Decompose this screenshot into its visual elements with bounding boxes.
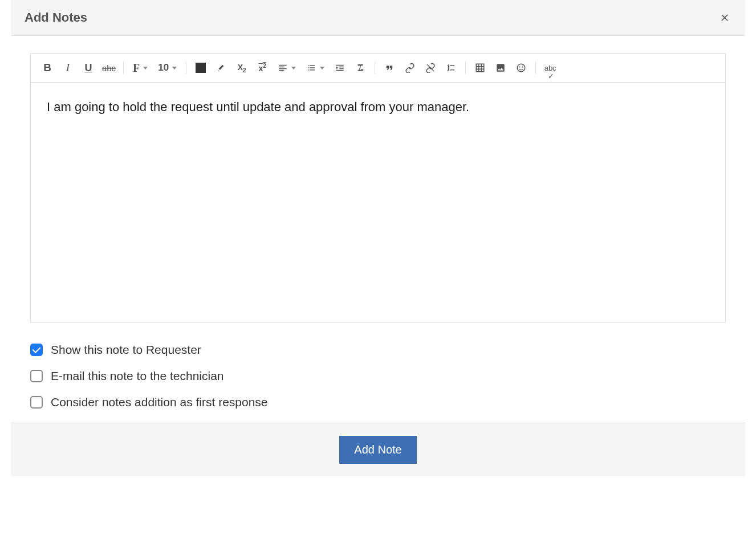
strikethrough-button[interactable]: abc <box>99 59 119 76</box>
subscript-icon: X2 <box>238 63 246 74</box>
quote-button[interactable] <box>380 59 399 76</box>
subscript-button[interactable]: X2 <box>232 59 251 76</box>
clear-format-button[interactable] <box>351 59 370 76</box>
emoji-button[interactable] <box>511 59 531 76</box>
bold-icon: B <box>43 62 51 74</box>
note-options: Show this note to Requester E-mail this … <box>30 343 726 409</box>
italic-icon: I <box>66 62 70 74</box>
color-swatch-icon <box>196 63 206 73</box>
add-notes-modal: Add Notes B I U abc F 10 X2 x2 <box>11 0 745 476</box>
strikethrough-icon: abc <box>102 63 116 73</box>
list-icon <box>306 63 316 73</box>
separator <box>465 62 466 74</box>
superscript-icon: x2 <box>258 63 266 73</box>
first-response-checkbox[interactable]: Consider notes addition as first respons… <box>30 395 726 409</box>
clear-format-icon <box>355 63 365 73</box>
quote-icon <box>384 63 395 73</box>
close-button[interactable] <box>718 11 731 24</box>
checkbox-icon <box>30 370 43 382</box>
chevron-down-icon <box>291 67 296 70</box>
table-button[interactable] <box>470 59 490 76</box>
svg-point-0 <box>517 64 525 72</box>
text-color-button[interactable] <box>191 59 210 76</box>
separator <box>535 62 536 74</box>
underline-icon: U <box>85 62 92 74</box>
spellcheck-button[interactable]: abc✓ <box>540 59 560 76</box>
checkbox-icon <box>30 396 43 409</box>
separator <box>375 62 375 74</box>
checkbox-icon <box>30 344 43 356</box>
link-button[interactable] <box>400 59 420 76</box>
italic-button[interactable]: I <box>58 59 78 76</box>
checkbox-label: Show this note to Requester <box>51 343 201 357</box>
email-technician-checkbox[interactable]: E-mail this note to the technician <box>30 369 726 383</box>
show-requester-checkbox[interactable]: Show this note to Requester <box>30 343 726 357</box>
line-height-icon <box>446 63 456 73</box>
font-family-button[interactable]: F <box>128 59 152 76</box>
close-icon <box>719 12 730 23</box>
unlink-button[interactable] <box>421 59 440 76</box>
outdent-button[interactable] <box>330 59 349 76</box>
font-size-button[interactable]: 10 <box>153 59 181 76</box>
font-icon: F <box>133 62 140 75</box>
list-button[interactable] <box>302 59 329 76</box>
separator <box>123 62 124 74</box>
editor-textarea[interactable]: I am going to hold the request until upd… <box>31 83 725 322</box>
font-size-value: 10 <box>158 62 169 74</box>
editor-toolbar: B I U abc F 10 X2 x2 <box>31 54 725 83</box>
line-height-button[interactable] <box>441 59 461 76</box>
underline-button[interactable]: U <box>79 59 98 76</box>
modal-header: Add Notes <box>11 0 745 36</box>
spellcheck-icon: abc✓ <box>544 64 556 72</box>
rich-text-editor: B I U abc F 10 X2 x2 <box>30 53 726 322</box>
image-icon <box>495 63 506 73</box>
highlight-button[interactable] <box>212 59 231 76</box>
image-button[interactable] <box>491 59 510 76</box>
add-note-button[interactable]: Add Note <box>339 436 416 464</box>
modal-title: Add Notes <box>25 10 87 25</box>
checkbox-label: Consider notes addition as first respons… <box>51 395 268 409</box>
highlight-icon <box>216 63 226 73</box>
chevron-down-icon <box>143 67 148 70</box>
svg-point-2 <box>522 67 523 68</box>
link-icon <box>405 63 415 73</box>
superscript-button[interactable]: x2 <box>253 59 272 76</box>
table-icon <box>475 63 485 73</box>
svg-point-1 <box>519 67 521 68</box>
bold-button[interactable]: B <box>38 59 57 76</box>
outdent-icon <box>335 63 345 73</box>
align-icon <box>278 63 288 73</box>
checkbox-label: E-mail this note to the technician <box>51 369 224 383</box>
emoji-icon <box>516 63 526 73</box>
chevron-down-icon <box>320 67 324 70</box>
unlink-icon <box>425 63 436 73</box>
align-button[interactable] <box>273 59 300 76</box>
separator <box>186 62 186 74</box>
modal-body: B I U abc F 10 X2 x2 <box>11 36 745 423</box>
chevron-down-icon <box>172 67 177 70</box>
modal-footer: Add Note <box>11 423 745 476</box>
